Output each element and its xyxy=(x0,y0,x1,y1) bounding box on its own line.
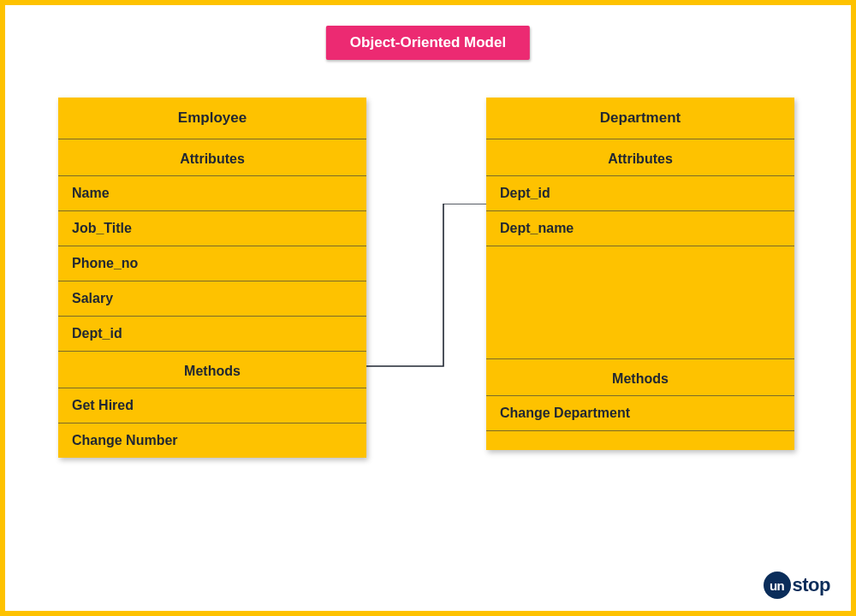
attribute-row: Salary xyxy=(58,281,366,317)
methods-heading: Methods xyxy=(486,359,794,396)
method-row: Change Department xyxy=(486,396,794,431)
diagram-frame: Object-Oriented Model Employee Attribute… xyxy=(0,0,856,616)
diagram-title: Object-Oriented Model xyxy=(326,26,530,60)
spacer xyxy=(486,246,794,359)
class-box-department: Department Attributes Dept_id Dept_name … xyxy=(486,98,794,450)
attribute-row: Phone_no xyxy=(58,246,366,281)
method-row: Get Hired xyxy=(58,388,366,424)
unstop-logo: unstop xyxy=(764,572,830,599)
spacer xyxy=(486,431,794,450)
attribute-row: Name xyxy=(58,176,366,211)
logo-badge: un xyxy=(764,572,791,599)
attribute-row: Dept_id xyxy=(58,317,366,352)
relationship-connector xyxy=(366,204,486,375)
class-box-employee: Employee Attributes Name Job_Title Phone… xyxy=(58,98,366,458)
method-row: Change Number xyxy=(58,424,366,458)
attribute-row: Dept_name xyxy=(486,211,794,246)
methods-heading: Methods xyxy=(58,352,366,388)
attributes-heading: Attributes xyxy=(486,139,794,176)
logo-text: stop xyxy=(793,574,830,596)
attributes-heading: Attributes xyxy=(58,139,366,176)
class-name: Department xyxy=(486,98,794,139)
attribute-row: Job_Title xyxy=(58,211,366,246)
attribute-row: Dept_id xyxy=(486,176,794,211)
class-name: Employee xyxy=(58,98,366,139)
